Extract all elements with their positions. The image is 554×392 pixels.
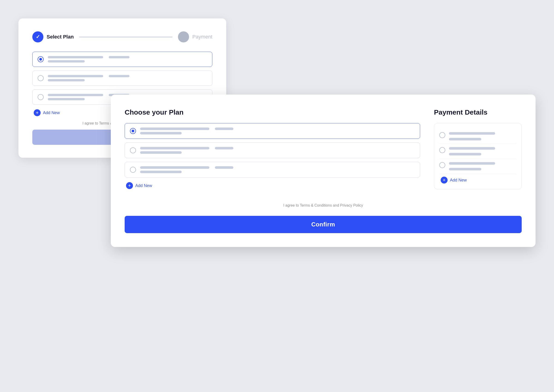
plan-bars-2: [48, 75, 207, 81]
bar: [140, 166, 209, 169]
bar: [140, 127, 209, 130]
payment-section-title: Payment Details: [434, 108, 522, 116]
payment-add-new-label: Add New: [450, 178, 467, 183]
bar: [48, 56, 103, 58]
fg-plus-icon: +: [126, 182, 133, 189]
fg-plan-bars-3: [140, 166, 415, 173]
bar: [215, 147, 233, 149]
fg-radio-inner-1: [132, 130, 134, 132]
fg-radio-2[interactable]: [130, 147, 136, 153]
plan-option-1[interactable]: [32, 52, 212, 67]
payment-section: Payment Details: [434, 108, 522, 194]
confirm-button[interactable]: Confirm: [125, 216, 522, 233]
radio-1[interactable]: [38, 56, 44, 62]
modal-footer: I agree to Terms & Conditions and Privac…: [125, 203, 522, 233]
payment-option-2[interactable]: [439, 144, 516, 159]
fg-plan-bars-1: [140, 127, 415, 134]
fg-radio-1[interactable]: [130, 128, 136, 134]
bar: [449, 132, 495, 135]
plus-icon: +: [34, 109, 41, 116]
bar: [449, 138, 481, 140]
step2-circle: [178, 31, 189, 42]
payment-radio-3[interactable]: [439, 162, 445, 168]
bar: [48, 75, 103, 77]
fg-plan-option-3[interactable]: [125, 162, 420, 178]
step-line: [79, 37, 173, 37]
plan-section: Choose your Plan: [125, 108, 420, 194]
radio-3[interactable]: [38, 94, 44, 100]
plan-section-title: Choose your Plan: [125, 108, 420, 116]
bar: [109, 75, 130, 77]
bar: [215, 127, 233, 130]
payment-bars-2: [449, 147, 516, 155]
bar: [140, 171, 182, 173]
payment-option-3[interactable]: [439, 159, 516, 174]
bar: [449, 162, 495, 165]
bar: [48, 94, 103, 96]
modal-content: Choose your Plan: [125, 108, 522, 194]
payment-option-1[interactable]: [439, 129, 516, 144]
bar: [48, 98, 85, 100]
bar: [48, 60, 85, 63]
payment-radio-1[interactable]: [439, 132, 445, 138]
fg-terms-text: I agree to Terms & Conditions and Privac…: [125, 203, 522, 208]
payment-bars-1: [449, 132, 516, 140]
fg-radio-3[interactable]: [130, 167, 136, 173]
bar: [140, 132, 182, 134]
payment-radio-2[interactable]: [439, 147, 445, 153]
bar: [48, 79, 85, 81]
payment-card: + Add New: [434, 123, 522, 189]
step2-label: Payment: [192, 34, 212, 40]
bar: [449, 153, 481, 155]
bar: [109, 56, 130, 58]
radio-inner-1: [39, 58, 42, 61]
stepper: ✓ Select Plan Payment: [32, 31, 212, 42]
fg-plan-option-2[interactable]: [125, 142, 420, 158]
fg-plan-option-1[interactable]: [125, 123, 420, 139]
fg-add-new-label: Add New: [135, 183, 152, 188]
add-new-label: Add New: [43, 111, 60, 115]
plan-option-2[interactable]: [32, 70, 212, 86]
bar: [449, 168, 481, 170]
bar: [140, 151, 182, 154]
payment-add-new-button[interactable]: + Add New: [441, 177, 516, 183]
foreground-modal: Choose your Plan: [111, 95, 536, 247]
fg-add-new-button[interactable]: + Add New: [126, 182, 420, 189]
bar: [215, 166, 233, 169]
plan-bars-1: [48, 56, 207, 63]
step1-label: Select Plan: [47, 34, 74, 40]
radio-2[interactable]: [38, 75, 44, 81]
bar: [449, 147, 495, 150]
check-icon: ✓: [36, 34, 40, 40]
payment-bars-3: [449, 162, 516, 170]
bar: [140, 147, 209, 149]
payment-plus-icon: +: [441, 177, 448, 183]
fg-plan-bars-2: [140, 147, 415, 154]
step1-circle: ✓: [32, 31, 43, 42]
